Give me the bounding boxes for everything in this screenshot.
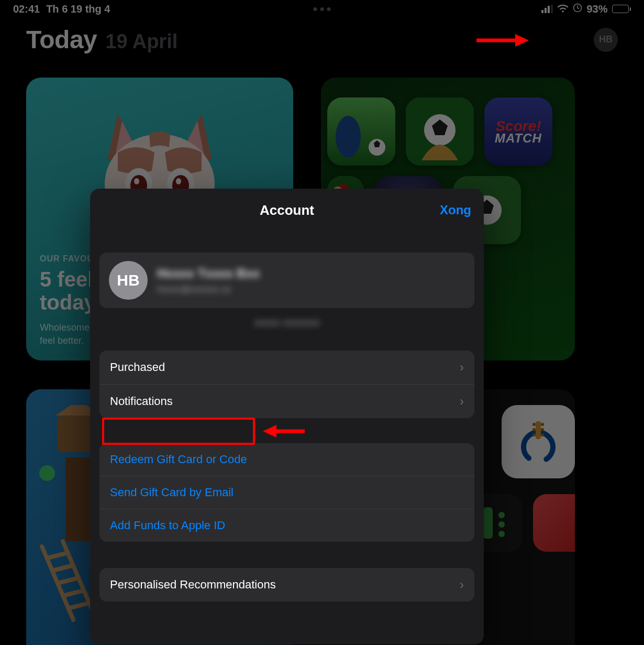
row-redeem[interactable]: Redeem Gift Card or Code — [99, 443, 474, 476]
row-send-gift[interactable]: Send Gift Card by Email — [99, 476, 474, 509]
avatar-large: HB — [109, 261, 148, 300]
row-add-funds-label: Add Funds to Apple ID — [110, 519, 225, 532]
row-add-funds[interactable]: Add Funds to Apple ID — [99, 509, 474, 542]
modal-header: Account Xong — [90, 189, 484, 232]
row-redeem-label: Redeem Gift Card or Code — [110, 453, 247, 466]
row-notifications[interactable]: Notifications › — [99, 384, 474, 418]
row-purchased-label: Purchased — [110, 360, 165, 374]
row-purchased[interactable]: Purchased › — [99, 351, 474, 384]
row-recommendations-label: Personalised Recommendations — [110, 578, 276, 592]
avatar-large-initials: HB — [117, 271, 139, 289]
profile-email: hxxxx@xxxxxx.xx — [157, 284, 260, 295]
chevron-right-icon: › — [460, 577, 464, 592]
funds-group: Redeem Gift Card or Code Send Gift Card … — [99, 443, 474, 542]
row-notifications-label: Notifications — [110, 395, 173, 408]
modal-title: Account — [260, 202, 314, 218]
row-recommendations[interactable]: Personalised Recommendations › — [99, 568, 474, 602]
profile-extra-line: xxxxx xxxxxxx — [99, 316, 474, 329]
row-send-gift-label: Send Gift Card by Email — [110, 486, 234, 499]
profile-row[interactable]: HB Hxxxx Txxxx Bxx hxxxx@xxxxxx.xx — [99, 253, 474, 308]
modal-done-button[interactable]: Xong — [440, 203, 471, 217]
chevron-right-icon: › — [460, 360, 464, 375]
profile-name: Hxxxx Txxxx Bxx — [157, 266, 260, 281]
chevron-right-icon: › — [460, 394, 464, 409]
purchases-group: Purchased › Notifications › — [99, 351, 474, 418]
recommendations-group: Personalised Recommendations › — [99, 568, 474, 602]
account-modal: Account Xong HB Hxxxx Txxxx Bxx hxxxx@xx… — [90, 189, 484, 644]
profile-group: HB Hxxxx Txxxx Bxx hxxxx@xxxxxx.xx — [99, 253, 474, 308]
